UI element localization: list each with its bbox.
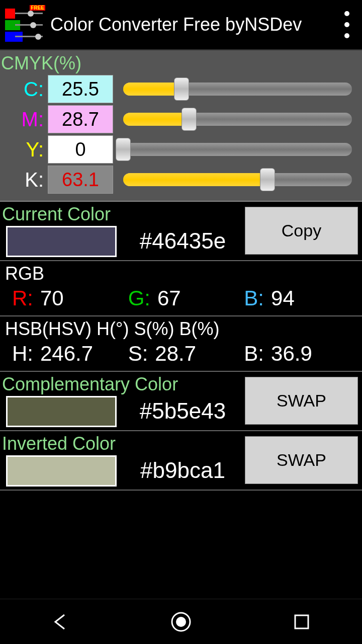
hsb-label-b: B: [244, 342, 264, 366]
cmyk-row-m: M: [0, 104, 362, 134]
hsb-value-s: 28.7 [155, 342, 196, 366]
app-header: FREE Color Converter Free byNSDev [0, 0, 362, 50]
inverted-hex: #b9bca1 [121, 458, 245, 483]
overflow-menu-icon[interactable] [337, 6, 357, 43]
app-icon: FREE [5, 6, 43, 44]
copy-button[interactable]: Copy [245, 207, 358, 255]
current-color-hex: #46435e [121, 228, 245, 254]
complementary-swatch [6, 396, 117, 427]
hsb-label-h: H: [12, 342, 33, 366]
swap-inverted-button[interactable]: SWAP [245, 436, 358, 484]
cmyk-input-c[interactable] [48, 75, 113, 103]
app-title: Color Converter Free byNSDev [50, 14, 337, 35]
complementary-title: Complementary Color [2, 374, 245, 395]
cmyk-label-m: M: [0, 108, 48, 131]
rgb-label-r: R: [12, 286, 33, 310]
hsb-title: HSB(HSV) H(°) S(%) B(%) [2, 318, 360, 340]
cmyk-label-k: K: [0, 169, 48, 191]
rgb-label-g: G: [128, 286, 150, 310]
home-icon[interactable] [168, 609, 194, 634]
free-badge: FREE [30, 5, 45, 11]
hsb-label-s: S: [128, 342, 148, 366]
swap-complementary-button[interactable]: SWAP [245, 377, 358, 425]
back-icon[interactable] [48, 609, 73, 634]
svg-point-1 [176, 617, 186, 627]
cmyk-row-y: Y: [0, 134, 362, 165]
cmyk-slider-c[interactable] [113, 79, 362, 99]
cmyk-label-c: C: [0, 78, 48, 101]
inverted-section: Inverted Color #b9bca1 SWAP [0, 431, 362, 491]
current-color-swatch [6, 226, 117, 257]
cmyk-input-k[interactable] [48, 166, 113, 194]
rgb-label-b: B: [244, 286, 264, 310]
complementary-hex: #5b5e43 [121, 398, 245, 424]
complementary-section: Complementary Color #5b5e43 SWAP [0, 372, 362, 431]
current-color-section: Current Color #46435e Copy [0, 202, 362, 261]
hsb-section: HSB(HSV) H(°) S(%) B(%) H:246.7 S:28.7 B… [0, 316, 362, 372]
cmyk-input-y[interactable] [48, 135, 113, 164]
system-navbar [0, 599, 362, 644]
cmyk-slider-y[interactable] [113, 139, 362, 159]
cmyk-row-c: C: [0, 74, 362, 104]
cmyk-input-m[interactable] [48, 105, 113, 133]
cmyk-slider-k[interactable] [113, 170, 362, 190]
cmyk-section: CMYK(%) C: M: Y: K: [0, 50, 362, 202]
current-color-title: Current Color [2, 204, 245, 225]
rgb-value-g: 67 [157, 286, 181, 310]
svg-rect-2 [295, 615, 308, 628]
cmyk-row-k: K: [0, 165, 362, 195]
inverted-title: Inverted Color [2, 433, 245, 454]
cmyk-slider-m[interactable] [113, 109, 362, 129]
rgb-value-r: 70 [40, 286, 64, 310]
cmyk-label-y: Y: [0, 138, 48, 161]
rgb-value-b: 94 [271, 286, 295, 310]
hsb-value-b: 36.9 [271, 342, 312, 366]
rgb-title: RGB [2, 263, 360, 284]
recent-apps-icon[interactable] [289, 609, 314, 634]
hsb-value-h: 246.7 [40, 342, 93, 366]
rgb-section: RGB R:70 G:67 B:94 [0, 261, 362, 316]
cmyk-title: CMYK(%) [0, 53, 362, 74]
inverted-swatch [6, 455, 117, 487]
